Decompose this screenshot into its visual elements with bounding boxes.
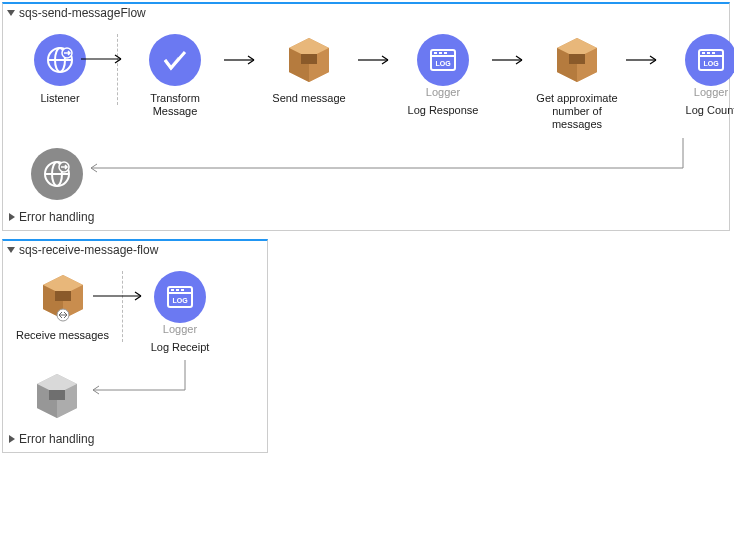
sqs-icon xyxy=(551,34,603,86)
svg-rect-27 xyxy=(702,52,705,54)
svg-text:LOG: LOG xyxy=(435,60,451,67)
svg-rect-52 xyxy=(49,390,65,400)
listener-node[interactable]: Listener xyxy=(15,34,105,105)
logger-response-node[interactable]: LOG Logger Log Response xyxy=(398,34,488,117)
flow-body: Receive messages LOG Logger Log Receipt xyxy=(3,259,267,360)
get-count-node[interactable]: Get approximate number of messages xyxy=(532,34,622,132)
logger-count-node[interactable]: LOG Logger Log Count xyxy=(666,34,734,117)
node-label: Get approximate number of messages xyxy=(532,92,622,132)
svg-rect-15 xyxy=(439,52,442,54)
svg-rect-9 xyxy=(301,54,317,64)
return-arrow-icon xyxy=(83,138,693,198)
arrow-icon xyxy=(488,34,532,86)
return-row xyxy=(3,360,267,428)
globe-icon xyxy=(34,34,86,86)
transform-icon xyxy=(149,34,201,86)
flow-container-send[interactable]: sqs-send-messageFlow Listener xyxy=(2,2,730,231)
globe-return-icon[interactable] xyxy=(31,148,83,200)
error-label: Error handling xyxy=(19,432,94,446)
svg-rect-16 xyxy=(444,52,447,54)
node-label: Log Response xyxy=(408,104,479,117)
chevron-down-icon[interactable] xyxy=(7,10,15,16)
sqs-return-icon[interactable] xyxy=(31,370,83,422)
transform-node[interactable]: Transform Message xyxy=(130,34,220,118)
svg-rect-46 xyxy=(181,289,184,291)
error-label: Error handling xyxy=(19,210,94,224)
arrow-icon xyxy=(354,34,398,86)
node-label: Log Receipt xyxy=(151,341,210,354)
node-sublabel: Logger xyxy=(694,86,728,98)
flow-header[interactable]: sqs-send-messageFlow xyxy=(3,4,729,22)
logger-receipt-node[interactable]: LOG Logger Log Receipt xyxy=(135,271,225,354)
log-icon: LOG xyxy=(154,271,206,323)
svg-text:LOG: LOG xyxy=(703,60,719,67)
receive-node[interactable]: Receive messages xyxy=(13,271,113,342)
log-icon: LOG xyxy=(685,34,734,86)
process-zone: Transform Message Send message xyxy=(130,34,734,132)
sqs-icon xyxy=(37,271,89,323)
source-zone: Receive messages xyxy=(15,271,123,342)
chevron-right-icon xyxy=(9,435,15,443)
node-label: Log Count xyxy=(686,104,734,117)
svg-rect-14 xyxy=(434,52,437,54)
svg-text:LOG: LOG xyxy=(172,297,188,304)
process-zone: LOG Logger Log Receipt xyxy=(135,271,225,354)
arrow-icon xyxy=(622,34,666,86)
error-handling-toggle[interactable]: Error handling xyxy=(3,206,729,230)
svg-rect-44 xyxy=(171,289,174,291)
arrow-icon xyxy=(81,54,127,64)
svg-rect-28 xyxy=(707,52,710,54)
node-label: Receive messages xyxy=(16,329,109,342)
node-label: Send message xyxy=(272,92,345,105)
svg-rect-22 xyxy=(569,54,585,64)
svg-rect-39 xyxy=(55,291,71,301)
error-handling-toggle[interactable]: Error handling xyxy=(3,428,267,452)
return-row xyxy=(3,138,729,206)
return-arrow-icon xyxy=(85,360,205,420)
node-label: Listener xyxy=(40,92,79,105)
flow-body: Listener Transform Message xyxy=(3,22,729,138)
flow-title: sqs-receive-message-flow xyxy=(19,243,158,257)
svg-rect-29 xyxy=(712,52,715,54)
svg-rect-45 xyxy=(176,289,179,291)
chevron-down-icon[interactable] xyxy=(7,247,15,253)
flow-title: sqs-send-messageFlow xyxy=(19,6,146,20)
arrow-icon xyxy=(93,291,149,301)
chevron-right-icon xyxy=(9,213,15,221)
send-message-node[interactable]: Send message xyxy=(264,34,354,105)
flow-container-receive[interactable]: sqs-receive-message-flow Receive message… xyxy=(2,239,268,453)
node-label: Transform Message xyxy=(130,92,220,118)
node-sublabel: Logger xyxy=(163,323,197,335)
arrow-icon xyxy=(220,34,264,86)
source-zone: Listener xyxy=(15,34,118,105)
log-icon: LOG xyxy=(417,34,469,86)
flow-header[interactable]: sqs-receive-message-flow xyxy=(3,241,267,259)
sqs-icon xyxy=(283,34,335,86)
node-sublabel: Logger xyxy=(426,86,460,98)
